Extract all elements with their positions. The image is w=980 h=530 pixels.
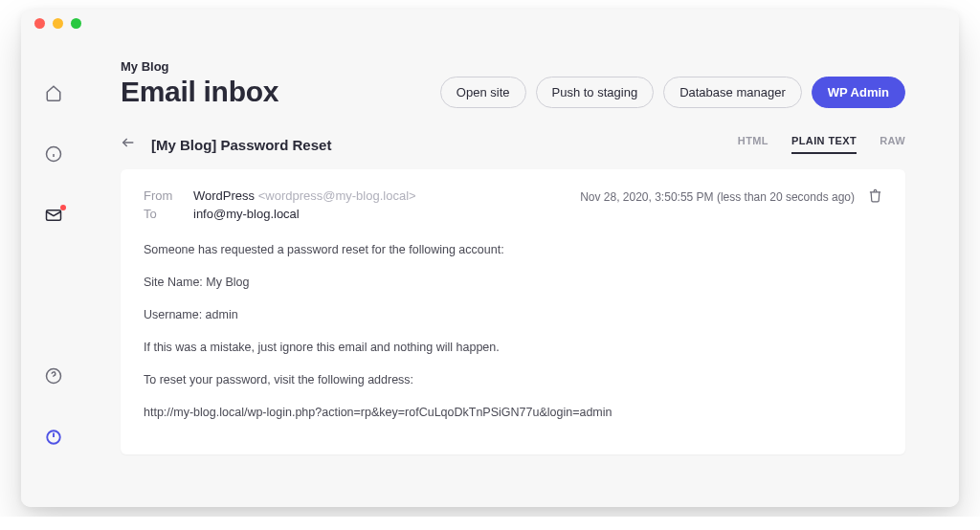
arrow-left-icon <box>121 135 136 150</box>
from-label: From <box>144 188 186 203</box>
email-card: From WordPress <wordpress@my-blog.local>… <box>121 169 905 454</box>
email-meta: From WordPress <wordpress@my-blog.local>… <box>144 188 882 221</box>
body-line: If this was a mistake, just ignore this … <box>144 338 882 357</box>
sidebar <box>21 36 86 507</box>
power-icon <box>45 429 62 446</box>
body-line: Username: admin <box>144 305 882 324</box>
body-line: To reset your password, visit the follow… <box>144 370 882 389</box>
sidebar-item-info[interactable] <box>45 145 62 166</box>
tab-html[interactable]: HTML <box>738 135 768 154</box>
body-line: Site Name: My Blog <box>144 273 882 292</box>
sidebar-item-home[interactable] <box>45 84 62 105</box>
tab-plain-text[interactable]: PLAIN TEXT <box>791 135 857 154</box>
delete-button[interactable] <box>868 188 882 206</box>
tab-raw[interactable]: RAW <box>880 135 905 154</box>
home-icon <box>45 84 62 101</box>
app-window: My Blog Email inbox Open site Push to st… <box>21 10 959 507</box>
from-name: WordPress <box>193 188 255 203</box>
sidebar-item-power[interactable] <box>45 429 62 450</box>
database-manager-button[interactable]: Database manager <box>663 77 802 108</box>
title-block: My Blog Email inbox <box>121 59 278 108</box>
app-body: My Blog Email inbox Open site Push to st… <box>21 36 959 507</box>
to-value: info@my-blog.local <box>193 207 416 221</box>
view-tabs: HTML PLAIN TEXT RAW <box>738 135 905 154</box>
email-body: Someone has requested a password reset f… <box>144 240 882 422</box>
sidebar-item-help[interactable] <box>45 367 62 388</box>
to-label: To <box>144 207 186 221</box>
help-icon <box>45 367 62 385</box>
message-title-row: [My Blog] Password Reset <box>121 135 331 154</box>
email-timestamp: Nov 28, 2020, 3:50:55 PM (less than 20 s… <box>580 190 855 204</box>
wp-admin-button[interactable]: WP Admin <box>812 77 905 108</box>
trash-icon <box>868 188 882 203</box>
sidebar-item-mail[interactable] <box>45 207 62 228</box>
email-subject: [My Blog] Password Reset <box>151 137 331 153</box>
email-meta-left: From WordPress <wordpress@my-blog.local>… <box>144 188 416 221</box>
mail-icon <box>45 207 62 224</box>
from-email: <wordpress@my-blog.local> <box>258 188 416 203</box>
open-site-button[interactable]: Open site <box>440 77 526 108</box>
titlebar <box>21 10 959 36</box>
message-header: [My Blog] Password Reset HTML PLAIN TEXT… <box>121 135 905 154</box>
minimize-window-icon[interactable] <box>53 18 63 29</box>
email-meta-right: Nov 28, 2020, 3:50:55 PM (less than 20 s… <box>580 188 882 206</box>
body-line: http://my-blog.local/wp-login.php?action… <box>144 403 882 422</box>
main-content: My Blog Email inbox Open site Push to st… <box>86 36 959 507</box>
page-header: My Blog Email inbox Open site Push to st… <box>121 59 905 108</box>
push-staging-button[interactable]: Push to staging <box>536 77 655 108</box>
page-title: Email inbox <box>121 76 278 108</box>
header-actions: Open site Push to staging Database manag… <box>440 77 905 108</box>
maximize-window-icon[interactable] <box>71 18 81 29</box>
info-icon <box>45 145 62 163</box>
close-window-icon[interactable] <box>34 18 45 29</box>
body-line: Someone has requested a password reset f… <box>144 240 882 259</box>
from-value: WordPress <wordpress@my-blog.local> <box>193 188 416 203</box>
back-button[interactable] <box>121 135 136 154</box>
unread-badge <box>60 205 66 210</box>
site-name: My Blog <box>121 59 278 74</box>
